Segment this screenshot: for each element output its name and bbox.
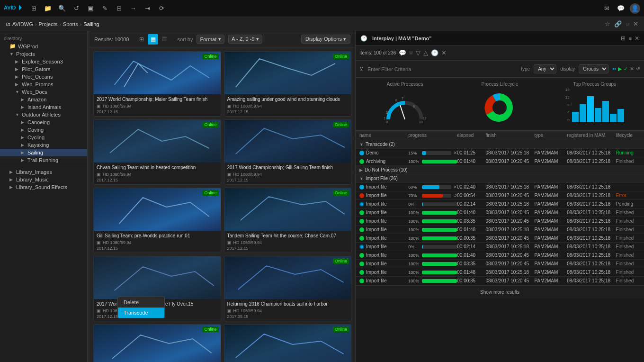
mam-up-icon[interactable]: △ (423, 49, 428, 56)
sidebar-item-island[interactable]: ▶ Island Animals (0, 103, 87, 111)
mam-check-icon[interactable]: ✓ (624, 66, 628, 72)
grid-item-1[interactable]: Online Amazing sailing under good wind a… (224, 51, 352, 117)
bar-1 (572, 112, 579, 122)
folder-icon[interactable]: 📁 (43, 3, 53, 14)
mam-group-donotprocess[interactable]: ▶ Do Not Process (10) (356, 166, 644, 174)
mam-header-lifecycle: lifecycle (616, 133, 640, 138)
context-menu-delete[interactable]: Delete (118, 297, 164, 308)
list-view-icon[interactable]: ☰ (159, 34, 170, 45)
grid-item-9[interactable]: Online Sailing Teams headed to Mackinac … (224, 324, 352, 362)
sidebar-item-cycling[interactable]: ▶ Cycling (0, 134, 87, 141)
split-icon[interactable]: ⊟ (114, 3, 124, 14)
mam-group-transcode[interactable]: ▼ Transcode (2) (356, 140, 644, 149)
mam-cell-import-2-name: Import file (359, 201, 408, 207)
breadcrumb-projects[interactable]: Projects (38, 21, 57, 27)
mam-cell-import-3-name: Import file (359, 210, 408, 215)
breadcrumb-bar: 🗂 AVIDWG › Projects › Sports › Sailing ☆… (0, 17, 644, 31)
grid-item-4[interactable]: Online Gill Sailing Team: pre-Worlds pra… (93, 188, 221, 253)
sidebar-outdoor-label: Outdoor Athletes (22, 112, 83, 118)
mam-group-dnp-arrow: ▶ (359, 168, 363, 172)
filter-display-select[interactable]: Groups (579, 64, 608, 73)
mam-row-import-5: Import file 100% 00:01:48 08/03/2017 10:… (356, 226, 644, 234)
sidebar-item-gators[interactable]: ▶ Pilot_Gators (0, 65, 87, 73)
sidebar-item-webdocs[interactable]: ▼ Web_Docs (0, 88, 87, 96)
hd-icon-3: ▣ (227, 172, 232, 177)
filter-type-select[interactable]: Any (534, 64, 556, 73)
mam-filter-icon[interactable]: ▽ (416, 49, 420, 56)
mam-x-icon[interactable]: ✕ (441, 49, 447, 56)
display-options-button[interactable]: Display Options ▾ (301, 35, 350, 44)
close-icon[interactable]: ✕ (633, 20, 638, 27)
edit-icon[interactable]: ✎ (99, 3, 110, 14)
mail-icon[interactable]: ✉ (601, 3, 612, 14)
sidebar-item-library-sfx[interactable]: ▶ Library_Sound Effects (0, 183, 87, 191)
mam-reset-icon[interactable]: ↺ (636, 66, 640, 72)
sidebar-caving-label: Caving (27, 127, 83, 133)
grid-item-2[interactable]: Online Chvan Sailing Team wins in heated… (93, 119, 221, 185)
mam-play-icon[interactable]: ▶ (618, 66, 622, 72)
sidebar-item-projects[interactable]: ▼ Projects (0, 50, 87, 58)
grid-item-6[interactable]: 2017 World Championship; Drone Fly Over.… (93, 256, 221, 321)
sidebar-item-promos[interactable]: ▶ Web_Promos (0, 81, 87, 88)
sidebar-item-sailing[interactable]: ▶ Sailing (0, 149, 87, 156)
sidebar-item-caving[interactable]: ▶ Caving (0, 126, 87, 134)
sort-dropdown[interactable]: Format ▾ (197, 35, 224, 44)
mam-row-import-9: Import file 100% 00:03:35 08/03/2017 10:… (356, 260, 644, 268)
sidebar-root[interactable]: 📁 WGProd (0, 42, 87, 50)
forward-icon[interactable]: → (128, 3, 138, 14)
expand-arrow-outdoor: ▼ (15, 112, 20, 117)
grid-item-0[interactable]: Online 2017 World Championship; Maier Sa… (93, 51, 221, 117)
search-icon[interactable]: 🔍 (57, 3, 67, 14)
messages-icon[interactable]: 💬 (616, 3, 626, 14)
progress-reload-import-1[interactable]: ↺ (453, 193, 457, 198)
sidebar-item-outdoor[interactable]: ▼ Outdoor Athletes (0, 111, 87, 118)
sidebar-item-library-images[interactable]: ▶ Library_Images (0, 168, 87, 176)
mam-clear-icon[interactable]: ✕ (630, 66, 634, 72)
star-icon[interactable]: ☆ (605, 20, 610, 27)
grid-icon[interactable]: ⊞ (28, 3, 39, 14)
sidebar-item-canoeing[interactable]: ▶ Canoeing (0, 118, 87, 126)
breadcrumb-avidwg[interactable]: AVIDWG (12, 21, 33, 27)
progress-x-import-0[interactable]: ✕ (453, 184, 457, 190)
export-icon[interactable]: ⇥ (142, 3, 152, 14)
sidebar-item-library-music[interactable]: ▶ Library_Music (0, 176, 87, 183)
sidebar-item-explore[interactable]: ▶ Explore_Season3 (0, 58, 87, 65)
menu-icon[interactable]: ≡ (626, 20, 629, 27)
sidebar-item-oceans[interactable]: ▶ Pilot_Oceans (0, 73, 87, 81)
panel-menu-icon[interactable]: ≡ (628, 35, 632, 42)
sidebar-item-amazon[interactable]: ▶ Amazon (0, 96, 87, 103)
mam-dots-icon[interactable]: •• (612, 66, 616, 72)
sidebar-item-kayaking[interactable]: ▶ Kayaking (0, 141, 87, 149)
filter-input[interactable] (367, 66, 517, 72)
thumbnail-view-icon[interactable]: ⊞ (136, 34, 147, 45)
grid-item-5[interactable]: Online Tandem Sailing Team hit the cours… (224, 188, 352, 253)
order-dropdown[interactable]: A - Z, 0 -9 ▾ (228, 35, 262, 44)
mam-group-importfile[interactable]: ▼ Import File (26) (356, 174, 644, 183)
panel-grid-icon[interactable]: ⊞ (621, 35, 626, 42)
expand-arrow-caving: ▶ (21, 127, 26, 132)
history-icon[interactable]: ↺ (71, 3, 81, 14)
grid-item-8[interactable]: Online Maier Sailing Team raising spinna… (93, 324, 221, 362)
refresh-icon[interactable]: ⟳ (156, 3, 167, 14)
breadcrumb-sailing[interactable]: Sailing (83, 21, 99, 27)
mam-header-progress: progress (408, 133, 457, 138)
user-icon[interactable]: 👤 (630, 3, 640, 14)
progress-x-demo[interactable]: ✕ (453, 150, 457, 155)
grid-item-3[interactable]: Online 2017 World Championship; Gill Sai… (224, 119, 352, 185)
grid-content: Online 2017 World Championship; Maier Sa… (89, 47, 355, 362)
breadcrumb-sports[interactable]: Sports (63, 21, 78, 27)
sidebar-item-trail[interactable]: ▶ Trail Running (0, 156, 87, 164)
grid-item-4-info: Gill Sailing Team: pre-Worlds practice r… (94, 231, 221, 253)
panel-close-icon[interactable]: ✕ (635, 35, 639, 42)
context-menu-transcode[interactable]: Transcode (118, 308, 164, 318)
grid-view-icon[interactable]: ▦ (148, 34, 158, 45)
mam-clock-icon[interactable]: 🕐 (431, 49, 438, 56)
link-icon[interactable]: 🔗 (614, 20, 622, 27)
show-more-results[interactable]: Show more results (356, 285, 644, 299)
progress-bar-archiving (422, 160, 457, 163)
context-menu: Delete Transcode (117, 297, 165, 318)
mam-chat-icon[interactable]: 💬 (399, 49, 406, 56)
grid-item-7[interactable]: Online Returning 2016 Champion boats sai… (224, 256, 352, 321)
mam-list-icon[interactable]: ≡ (409, 49, 413, 56)
monitor-icon[interactable]: ▣ (85, 3, 96, 14)
